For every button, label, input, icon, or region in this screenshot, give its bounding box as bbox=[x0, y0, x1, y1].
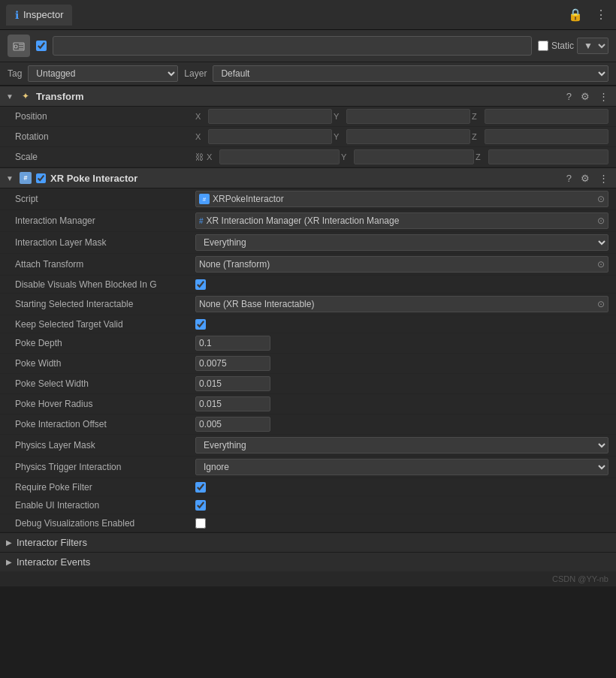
collapse-chevron-1: ▶ bbox=[6, 558, 12, 566]
lock-button[interactable]: 🔒 bbox=[565, 6, 586, 23]
xr-poke-field-row: Poke Depth bbox=[0, 333, 616, 354]
object-icon bbox=[8, 35, 30, 57]
field-checkbox-15[interactable] bbox=[195, 500, 206, 511]
field-checkbox-4[interactable] bbox=[195, 279, 206, 290]
object-field-text: None (XR Base Interactable) bbox=[199, 299, 594, 309]
xr-poke-field-row: Interaction Layer MaskEverything bbox=[0, 232, 616, 254]
field-select-2[interactable]: Everything bbox=[195, 234, 608, 251]
field-checkbox-6[interactable] bbox=[195, 319, 206, 330]
object-target-btn[interactable]: ⊙ bbox=[597, 215, 605, 226]
field-select-13[interactable]: Ignore bbox=[195, 459, 608, 475]
field-number-8[interactable] bbox=[195, 356, 270, 371]
static-dropdown[interactable]: ▼ bbox=[577, 38, 608, 54]
position-x-cell: X 0 bbox=[195, 109, 332, 124]
field-label-15: Enable UI Interaction bbox=[15, 500, 195, 511]
scale-x-cell: X 1 bbox=[207, 149, 340, 164]
field-label-12: Physics Layer Mask bbox=[15, 440, 195, 450]
transform-settings-btn[interactable]: ⚙ bbox=[579, 91, 591, 102]
position-z-label: Z bbox=[472, 112, 482, 121]
script-target-btn[interactable]: ⊙ bbox=[597, 194, 605, 204]
scale-values: ⛓ X 1 Y 1 Z 1 bbox=[195, 149, 608, 164]
field-value-10 bbox=[195, 396, 608, 411]
menu-button[interactable]: ⋮ bbox=[592, 6, 610, 23]
scale-label: Scale bbox=[15, 152, 195, 162]
field-value-4 bbox=[195, 279, 608, 290]
object-active-checkbox[interactable] bbox=[36, 41, 47, 51]
scale-y-label: Y bbox=[341, 152, 352, 161]
script-name: XRPokeInteractor bbox=[213, 194, 594, 204]
xr-poke-menu-btn[interactable]: ⋮ bbox=[597, 173, 610, 184]
object-field-text: XR Interaction Manager (XR Interaction M… bbox=[207, 215, 594, 226]
script-field: #XRPokeInteractor⊙ bbox=[195, 191, 608, 207]
field-value-12: Everything bbox=[195, 437, 608, 454]
rotation-z-label: Z bbox=[472, 132, 482, 141]
field-label-9: Poke Select Width bbox=[15, 378, 195, 389]
position-values: X 0 Y 0 Z 0 bbox=[195, 109, 608, 124]
xr-poke-field-row: Attach TransformNone (Transform)⊙ bbox=[0, 254, 616, 276]
scale-y-input[interactable]: 1 bbox=[354, 149, 474, 164]
object-field-icon: # bbox=[199, 217, 204, 225]
object-field-text: None (Transform) bbox=[199, 259, 594, 270]
tag-label: Tag bbox=[8, 68, 22, 79]
transform-section-header[interactable]: ▼ ✦ Transform ? ⚙ ⋮ bbox=[0, 86, 616, 107]
position-z-input[interactable]: 0 bbox=[485, 109, 608, 124]
field-value-3: None (Transform)⊙ bbox=[195, 256, 608, 273]
field-number-10[interactable] bbox=[195, 396, 270, 411]
collapse-section-0[interactable]: ▶Interactor Filters bbox=[0, 532, 616, 552]
transform-help-btn[interactable]: ? bbox=[565, 91, 573, 102]
tag-select[interactable]: Untagged bbox=[28, 65, 178, 82]
field-checkbox-14[interactable] bbox=[195, 482, 206, 493]
xr-poke-field-row: Poke Width bbox=[0, 354, 616, 374]
xr-poke-field-row: Poke Interaction Offset bbox=[0, 414, 616, 435]
field-value-9 bbox=[195, 376, 608, 391]
rotation-x-input[interactable]: 0 bbox=[208, 129, 332, 144]
field-number-11[interactable] bbox=[195, 417, 270, 432]
object-name-input[interactable]: Poke Interactor bbox=[53, 36, 532, 56]
field-select-12[interactable]: Everything bbox=[195, 437, 608, 454]
scale-x-input[interactable]: 1 bbox=[219, 149, 340, 164]
xr-poke-field-row: Poke Hover Radius bbox=[0, 394, 616, 414]
object-field: None (Transform)⊙ bbox=[195, 256, 608, 273]
field-checkbox-16[interactable] bbox=[195, 518, 206, 529]
position-x-label: X bbox=[195, 112, 206, 121]
inspector-content: Poke Interactor Static ▼ Tag Untagged La… bbox=[0, 30, 616, 586]
scale-z-input[interactable]: 1 bbox=[488, 149, 608, 164]
field-label-16: Debug Visualizations Enabled bbox=[15, 518, 195, 529]
rotation-z-input[interactable]: 0 bbox=[485, 129, 608, 144]
xr-poke-settings-btn[interactable]: ⚙ bbox=[579, 173, 591, 184]
info-icon: ℹ bbox=[15, 9, 19, 21]
svg-point-1 bbox=[14, 45, 17, 48]
field-number-9[interactable] bbox=[195, 376, 270, 391]
position-y-input[interactable]: 0 bbox=[346, 109, 470, 124]
object-target-btn[interactable]: ⊙ bbox=[597, 299, 605, 309]
rotation-y-input[interactable]: 0 bbox=[346, 129, 470, 144]
rotation-z-cell: Z 0 bbox=[472, 129, 608, 144]
object-target-btn[interactable]: ⊙ bbox=[597, 259, 605, 270]
collapse-section-1[interactable]: ▶Interactor Events bbox=[0, 552, 616, 571]
xr-poke-title: XR Poke Interactor bbox=[50, 173, 137, 184]
position-x-input[interactable]: 0 bbox=[208, 109, 332, 124]
tab-label: Inspector bbox=[23, 9, 63, 20]
position-z-cell: Z 0 bbox=[472, 109, 608, 124]
rotation-label: Rotation bbox=[15, 131, 195, 142]
xr-poke-section-actions: ? ⚙ ⋮ bbox=[565, 173, 610, 184]
xr-poke-section-header[interactable]: ▼ # XR Poke Interactor ? ⚙ ⋮ bbox=[0, 167, 616, 188]
xr-poke-field-row: Poke Select Width bbox=[0, 374, 616, 394]
xr-poke-field-row: Enable UI Interaction bbox=[0, 496, 616, 514]
xr-poke-enable-checkbox[interactable] bbox=[36, 173, 46, 183]
rotation-values: X 0 Y 0 Z 0 bbox=[195, 129, 608, 144]
field-label-8: Poke Width bbox=[15, 358, 195, 369]
inspector-tab: ℹ Inspector bbox=[6, 5, 72, 26]
xr-poke-help-btn[interactable]: ? bbox=[565, 173, 573, 184]
scale-row: Scale ⛓ X 1 Y 1 Z 1 bbox=[0, 147, 616, 167]
field-label-4: Disable Visuals When Blocked In G bbox=[15, 279, 195, 290]
rotation-y-cell: Y 0 bbox=[334, 129, 470, 144]
transform-menu-btn[interactable]: ⋮ bbox=[597, 91, 610, 102]
field-label-0: Script bbox=[15, 194, 195, 204]
xr-poke-field-row: Physics Layer MaskEverything bbox=[0, 435, 616, 457]
layer-select[interactable]: Default bbox=[213, 65, 608, 82]
field-number-7[interactable] bbox=[195, 336, 270, 351]
static-checkbox[interactable] bbox=[538, 41, 548, 51]
field-value-8 bbox=[195, 356, 608, 371]
transform-title: Transform bbox=[36, 91, 84, 102]
